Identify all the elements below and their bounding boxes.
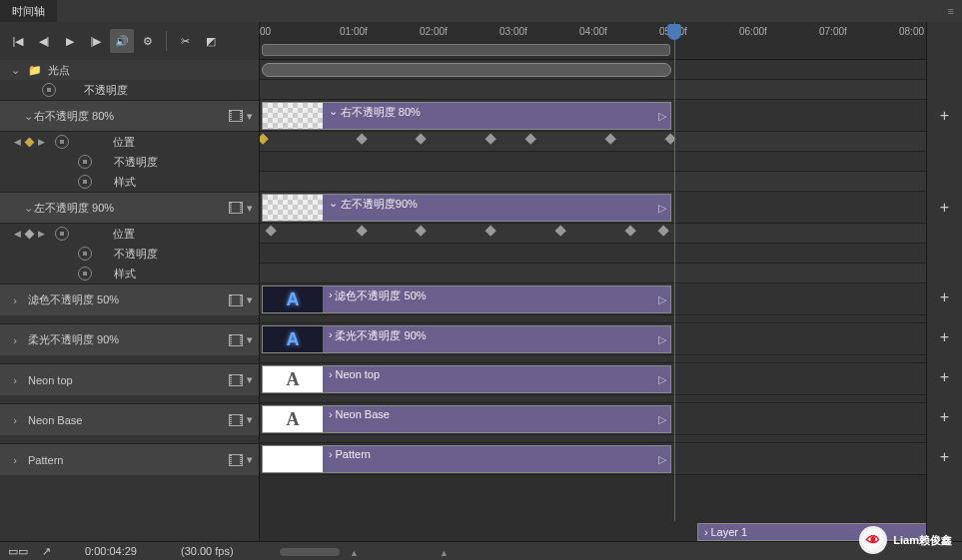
layer-header[interactable]: ›Neon Base▾	[0, 403, 259, 435]
prev-key-icon[interactable]: ◀	[12, 137, 23, 147]
chevron-down-icon[interactable]: ▾	[247, 413, 253, 426]
chevron-down-icon[interactable]: ▾	[247, 202, 253, 215]
goto-start-icon[interactable]: |◀	[6, 29, 30, 53]
film-icon[interactable]	[229, 374, 243, 386]
scroll-thumb[interactable]	[280, 548, 340, 556]
chevron-down-icon[interactable]: ⌄	[8, 64, 22, 77]
prop-row-style[interactable]: 样式	[0, 264, 259, 283]
keyframe-diamond[interactable]	[416, 226, 427, 237]
chevron-right-icon[interactable]: ›	[8, 374, 22, 386]
add-clip-button[interactable]: +	[927, 361, 962, 393]
folder-opacity-row[interactable]: 不透明度	[0, 80, 259, 100]
keyframe-diamond[interactable]	[625, 226, 636, 237]
chevron-down-icon[interactable]: ⌄	[8, 202, 28, 215]
keyframe-diamond[interactable]	[357, 134, 368, 145]
playhead[interactable]	[667, 24, 681, 40]
add-clip-button[interactable]: +	[927, 401, 962, 433]
keyframe-diamond[interactable]	[357, 226, 368, 237]
stopwatch-icon[interactable]	[78, 175, 92, 189]
audio-icon[interactable]: 🔊	[110, 29, 134, 53]
prop-row-style[interactable]: 样式	[0, 172, 259, 192]
stopwatch-icon[interactable]	[55, 135, 69, 149]
layer-header[interactable]: ›Neon top▾	[0, 363, 259, 395]
zoom-handle-icon[interactable]: ▲	[350, 548, 359, 558]
layer-header-r80[interactable]: ⌄ 右不透明度 80% ▾	[0, 100, 259, 132]
film-icon[interactable]	[229, 414, 243, 426]
clip-bar[interactable]: A› 柔光不透明度 90%▷	[262, 325, 671, 353]
zoom-bar[interactable]	[262, 63, 671, 77]
prop-row-position[interactable]: ◀ ▶ 位置	[0, 132, 259, 152]
clip-bar[interactable]: A› Neon top▷	[262, 365, 671, 393]
chevron-right-icon[interactable]: ›	[8, 294, 22, 306]
next-key-icon[interactable]: ▶	[36, 229, 47, 239]
timeline-panel[interactable]: 0001:00f02:00f03:00f04:00f05:00f06:00f07…	[260, 22, 926, 541]
clip-bar[interactable]: › Pattern▷	[262, 445, 671, 473]
split-icon[interactable]: ✂	[173, 29, 197, 53]
chevron-down-icon[interactable]: ▾	[247, 293, 253, 306]
chevron-down-icon[interactable]: ⌄	[8, 110, 28, 123]
panel-menu-icon[interactable]: ≡	[940, 5, 962, 17]
add-clip-button[interactable]: +	[927, 100, 962, 132]
timecode[interactable]: 0:00:04:29	[85, 545, 137, 557]
chevron-down-icon[interactable]: ▾	[247, 333, 253, 346]
stopwatch-icon[interactable]	[78, 247, 92, 261]
keyframe-track[interactable]	[260, 224, 926, 244]
zoom-handle-icon[interactable]: ▲	[440, 548, 449, 558]
keyframe-diamond[interactable]	[658, 226, 669, 237]
add-clip-button[interactable]: +	[927, 441, 962, 473]
clip-bar[interactable]: A› Neon Base▷	[262, 405, 671, 433]
film-icon[interactable]	[229, 454, 243, 466]
stopwatch-icon[interactable]	[55, 227, 69, 241]
keyframe-icon[interactable]	[25, 229, 35, 239]
stopwatch-icon[interactable]	[78, 267, 92, 280]
film-icon[interactable]	[229, 334, 243, 346]
stopwatch-icon[interactable]	[42, 83, 56, 97]
prev-key-icon[interactable]: ◀	[12, 229, 23, 239]
clip-track[interactable]: A› 柔光不透明度 90%▷	[260, 323, 926, 355]
keyframe-diamond[interactable]	[266, 226, 277, 237]
step-back-icon[interactable]: ◀|	[32, 29, 56, 53]
clip-track[interactable]: A› Neon Base▷	[260, 403, 926, 435]
add-clip-button[interactable]: +	[927, 192, 962, 224]
layer-header[interactable]: ›滤色不透明度 50%▾	[0, 283, 259, 315]
chevron-down-icon[interactable]: ▾	[247, 453, 253, 466]
keyframe-icon[interactable]	[25, 137, 35, 147]
prop-row-opacity[interactable]: 不透明度	[0, 152, 259, 172]
keyframe-diamond[interactable]	[555, 226, 566, 237]
folder-row[interactable]: ⌄ 📁 光点	[0, 60, 259, 80]
footer-control-icon[interactable]: ▭▭	[8, 545, 28, 558]
prop-row-position[interactable]: ◀ ▶ 位置	[0, 224, 259, 244]
clip-track-r80[interactable]: ⌄ 右不透明度 80%▷	[260, 100, 926, 132]
next-key-icon[interactable]: ▶	[36, 137, 47, 147]
clip-bar[interactable]: ⌄ 左不透明度90%▷	[262, 194, 671, 222]
prop-row-opacity[interactable]: 不透明度	[0, 244, 259, 264]
layer-header[interactable]: ›Pattern▾	[0, 443, 259, 475]
add-clip-button[interactable]: +	[927, 321, 962, 353]
chevron-down-icon[interactable]: ▾	[247, 373, 253, 386]
keyframe-diamond[interactable]	[605, 134, 616, 145]
add-clip-button[interactable]: +	[927, 281, 962, 313]
work-area-bar[interactable]	[262, 44, 670, 56]
clip-track[interactable]: › Pattern▷	[260, 443, 926, 475]
stopwatch-icon[interactable]	[78, 155, 92, 169]
time-ruler[interactable]: 0001:00f02:00f03:00f04:00f05:00f06:00f07…	[260, 22, 926, 60]
clip-track[interactable]: A› 滤色不透明度 50%▷	[260, 283, 926, 315]
keyframe-diamond[interactable]	[525, 134, 536, 145]
clip-bar[interactable]: A› 滤色不透明度 50%▷	[262, 285, 671, 313]
chevron-down-icon[interactable]: ▾	[247, 110, 253, 123]
keyframe-diamond[interactable]	[485, 226, 496, 237]
play-icon[interactable]: ▶	[58, 29, 82, 53]
chevron-right-icon[interactable]: ›	[8, 334, 22, 346]
keyframe-diamond[interactable]	[485, 134, 496, 145]
keyframe-track[interactable]	[260, 132, 926, 152]
tab-timeline[interactable]: 时间轴	[0, 0, 57, 22]
chevron-right-icon[interactable]: ›	[8, 454, 22, 466]
clip-bar[interactable]: ⌄ 右不透明度 80%▷	[262, 102, 671, 130]
footer-control-icon[interactable]: ↗	[42, 545, 51, 558]
keyframe-diamond[interactable]	[260, 134, 269, 145]
settings-icon[interactable]: ⚙	[136, 29, 160, 53]
film-icon[interactable]	[229, 110, 243, 122]
keyframe-diamond[interactable]	[416, 134, 427, 145]
clip-track[interactable]: A› Neon top▷	[260, 363, 926, 395]
chevron-right-icon[interactable]: ›	[8, 414, 22, 426]
